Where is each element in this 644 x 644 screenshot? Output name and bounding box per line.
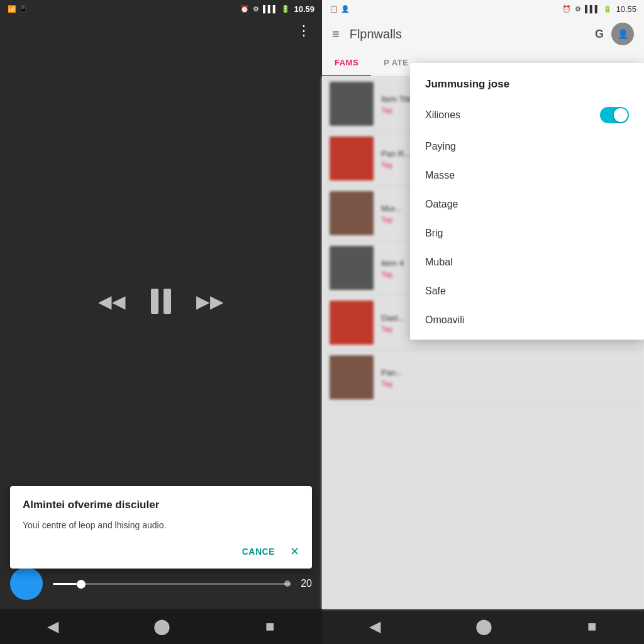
dropdown-menu: Jummusing jose Xiliones Paying Masse Oat… [410, 63, 644, 340]
pause-button[interactable] [151, 289, 171, 314]
dropdown-item-oatage[interactable]: Oatage [410, 190, 644, 219]
volume-number: 20 [301, 578, 312, 589]
left-header: ⋮ [0, 18, 322, 44]
thumb-5 [330, 301, 374, 345]
info-6: Pan... Tag [381, 368, 636, 387]
dialog: Almintei ofverime disciuler Youi centre … [10, 486, 312, 569]
home-button-left[interactable]: ⬤ [153, 618, 170, 635]
cancel-button[interactable]: CANCE [242, 547, 275, 557]
sim-icon: 📱 [19, 5, 28, 13]
dropdown-item-mubal[interactable]: Mubal [410, 248, 644, 277]
alarm-icon-right: ⏰ [562, 5, 571, 13]
dropdown-item-brig[interactable]: Brig [410, 219, 644, 248]
left-panel: 📶 📱 ⏰ ⚙ ▌▌▌ 🔋 10.59 ⋮ ◀◀ ▶▶ Almintei ofv… [0, 0, 322, 644]
recent-button-left[interactable]: ■ [265, 618, 275, 635]
wifi-icon: 📶 [8, 5, 16, 13]
progress-track[interactable] [53, 583, 291, 585]
media-controls: ◀◀ ▶▶ [98, 289, 224, 314]
list-item[interactable]: Pan... Tag [322, 350, 644, 405]
avatar[interactable]: 👤 [611, 23, 634, 45]
dropdown-title: Jummusing jose [410, 68, 644, 98]
dropdown-item-xiliones[interactable]: Xiliones [410, 98, 644, 132]
hamburger-button[interactable]: ≡ [332, 27, 340, 42]
right-panel: 📋 👤 ⏰ ⚙ ▌▌▌ 🔋 10.55 ≡ Flpnwalls G 👤 FAMS… [322, 0, 644, 644]
left-status-bar: 📶 📱 ⏰ ⚙ ▌▌▌ 🔋 10.59 [0, 0, 322, 18]
recent-button-right[interactable]: ■ [587, 618, 597, 635]
progress-filled [53, 583, 77, 585]
back-button-right[interactable]: ◀ [369, 618, 380, 635]
left-status-icons: 📶 📱 [8, 5, 28, 13]
dialog-body: Youi centre of leop and lhising audio. [23, 519, 299, 532]
rewind-button[interactable]: ◀◀ [98, 291, 126, 312]
right-header: ≡ Flpnwalls G 👤 [322, 18, 644, 50]
forward-button[interactable]: ▶▶ [196, 291, 224, 312]
profile-icon-status: 👤 [341, 5, 350, 13]
close-button[interactable]: ✕ [290, 545, 299, 558]
tab-fams[interactable]: FAMS [322, 50, 371, 76]
home-button-right[interactable]: ⬤ [475, 618, 492, 635]
right-nav-bar: ◀ ⬤ ■ [322, 609, 644, 644]
app-title: Flpnwalls [350, 27, 595, 42]
thumb-6 [330, 355, 374, 399]
back-button-left[interactable]: ◀ [47, 618, 58, 635]
more-menu-button[interactable]: ⋮ [297, 23, 312, 39]
media-area: ◀◀ ▶▶ [0, 44, 322, 558]
pause-bar-left [151, 289, 158, 314]
thumb-1 [330, 82, 374, 126]
avatar-icon: 👤 [618, 29, 628, 39]
toggle-knob [614, 108, 628, 122]
left-time: 10.59 [294, 4, 314, 14]
dropdown-item-paying[interactable]: Paying [410, 132, 644, 161]
play-button[interactable] [10, 567, 43, 600]
dialog-title: Almintei ofverime disciuler [23, 499, 299, 511]
pause-bar-right [164, 289, 171, 314]
thumb-2 [330, 136, 374, 180]
battery-icon-right: 🔋 [603, 5, 612, 13]
alarm-icon-left: ⏰ [240, 5, 249, 13]
search-button[interactable]: G [595, 28, 604, 41]
thumb-3 [330, 191, 374, 235]
right-time: 10.55 [616, 4, 636, 14]
toggle-xiliones[interactable] [600, 107, 629, 123]
progress-container [53, 583, 291, 585]
progress-end-thumb [284, 580, 291, 587]
progress-thumb [77, 580, 86, 589]
dropdown-item-safe[interactable]: Safe [410, 277, 644, 306]
battery-icon-left: 🔋 [281, 5, 290, 13]
right-header-icons: G 👤 [595, 23, 634, 45]
settings-icon-left: ⚙ [253, 5, 259, 13]
signal-icon-left: ▌▌▌ [263, 5, 277, 13]
notification-icon: 📋 [330, 5, 338, 13]
dropdown-item-masse[interactable]: Masse [410, 161, 644, 190]
signal-icon-right: ▌▌▌ [585, 5, 599, 13]
dropdown-item-omoavili[interactable]: Omoavili [410, 306, 644, 335]
settings-icon-right: ⚙ [575, 5, 581, 13]
right-status-bar: 📋 👤 ⏰ ⚙ ▌▌▌ 🔋 10.55 [322, 0, 644, 18]
dialog-actions: CANCE ✕ [23, 545, 299, 558]
thumb-4 [330, 246, 374, 290]
left-nav-bar: ◀ ⬤ ■ [0, 609, 322, 644]
